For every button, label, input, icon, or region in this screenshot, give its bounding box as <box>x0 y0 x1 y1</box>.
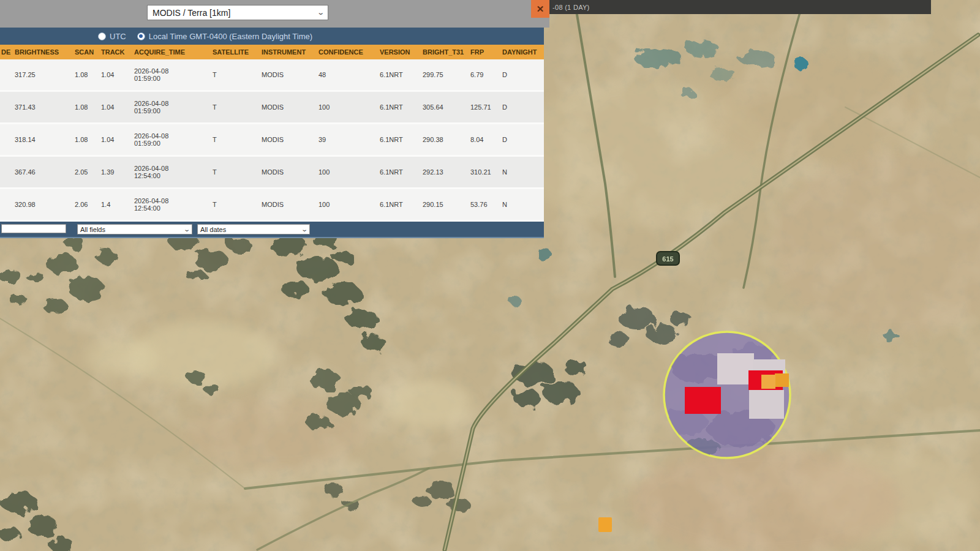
fire-pixel-red[interactable] <box>685 387 721 414</box>
chevron-down-icon: ⌄ <box>301 226 308 233</box>
table-cell: 8.04 <box>469 124 501 156</box>
table-cell: T <box>211 124 260 156</box>
table-cell: 299.75 <box>421 59 469 91</box>
table-cell: 6.1NRT <box>379 124 421 156</box>
dataset-select[interactable]: MODIS / Terra [1km] ⌄ <box>147 5 328 20</box>
table-cell: N <box>501 189 544 221</box>
fire-pixel-marker[interactable] <box>598 517 612 532</box>
table-cell: 317.25 <box>13 59 74 91</box>
table-cell <box>0 156 13 189</box>
table-cell: 2026-04-08 12:54:00 <box>133 189 211 221</box>
table-cell <box>0 91 13 124</box>
column-header[interactable]: BRIGHTNESS <box>13 45 74 59</box>
table-cell <box>0 189 13 221</box>
field-filter-value: All fields <box>80 226 105 233</box>
table-header-row: DEBRIGHTNESSSCANTRACKACQUIRE_TIMESATELLI… <box>0 45 544 59</box>
column-header[interactable]: VERSION <box>379 45 421 59</box>
table-row[interactable]: 371.431.081.042026-04-08 01:59:00TMODIS1… <box>0 91 544 124</box>
column-header[interactable]: ACQUIRE_TIME <box>133 45 211 59</box>
table-cell: 1.04 <box>100 59 133 91</box>
table-cell: 371.43 <box>13 91 74 124</box>
column-header[interactable]: SATELLITE <box>211 45 260 59</box>
table-cell: T <box>211 59 260 91</box>
table-cell: T <box>211 91 260 124</box>
column-header[interactable]: BRIGHT_T31 <box>421 45 469 59</box>
table-row[interactable]: 318.141.081.042026-04-08 01:59:00TMODIS3… <box>0 124 544 156</box>
dataset-select-value: MODIS / Terra [1km] <box>153 8 230 18</box>
utc-radio-label: UTC <box>110 32 126 41</box>
table-cell: 320.98 <box>13 189 74 221</box>
table-cell: 290.15 <box>421 189 469 221</box>
column-header[interactable]: CONFIDENCE <box>317 45 379 59</box>
table-cell: MODIS <box>260 91 317 124</box>
chevron-down-icon: ⌄ <box>183 226 190 233</box>
close-button[interactable]: ✕ <box>531 0 549 18</box>
table-cell: 310.21 <box>469 156 501 189</box>
local-time-radio-label: Local Time GMT-0400 (Eastern Daylight Ti… <box>149 32 312 41</box>
field-filter-select[interactable]: All fields ⌄ <box>77 224 192 234</box>
chevron-down-icon: ⌄ <box>317 9 325 17</box>
svg-text:615: 615 <box>662 255 673 263</box>
table-row[interactable]: 320.982.061.42026-04-08 12:54:00TMODIS10… <box>0 189 544 221</box>
column-header[interactable]: SCAN <box>74 45 100 59</box>
fire-data-table: DEBRIGHTNESSSCANTRACKACQUIRE_TIMESATELLI… <box>0 45 544 222</box>
column-header[interactable]: TRACK <box>100 45 133 59</box>
fire-detection-overlay <box>664 332 790 458</box>
search-input[interactable] <box>1 224 66 233</box>
table-cell: 1.04 <box>100 91 133 124</box>
time-toggle-bar: UTC Local Time GMT-0400 (Eastern Dayligh… <box>0 28 544 45</box>
table-cell: 125.71 <box>469 91 501 124</box>
column-header[interactable]: DE <box>0 45 13 59</box>
column-header[interactable]: FRP <box>469 45 501 59</box>
table-cell: 2026-04-08 01:59:00 <box>133 124 211 156</box>
table-cell: T <box>211 189 260 221</box>
table-cell: 2026-04-08 01:59:00 <box>133 91 211 124</box>
table-cell: 2.06 <box>74 189 100 221</box>
fire-pixel-orange[interactable] <box>761 375 775 389</box>
route-badge: 615 <box>657 252 679 265</box>
filter-bar: All fields ⌄ All dates ⌄ <box>0 222 544 238</box>
table-row[interactable]: 317.251.081.042026-04-08 01:59:00TMODIS4… <box>0 59 544 91</box>
table-cell: 367.46 <box>13 156 74 189</box>
table-cell: 48 <box>317 59 379 91</box>
table-cell: 6.1NRT <box>379 189 421 221</box>
local-time-radio[interactable] <box>137 32 145 40</box>
map-date-bar: -08 (1 DAY) <box>549 0 931 14</box>
fire-pixel-orange[interactable] <box>775 373 789 387</box>
date-filter-select[interactable]: All dates ⌄ <box>197 224 310 234</box>
table-cell: MODIS <box>260 156 317 189</box>
column-header[interactable]: DAYNIGHT <box>501 45 544 59</box>
utc-radio[interactable] <box>98 32 106 40</box>
table-cell: MODIS <box>260 124 317 156</box>
table-cell: 39 <box>317 124 379 156</box>
column-header[interactable]: INSTRUMENT <box>260 45 317 59</box>
table-cell: 100 <box>317 189 379 221</box>
table-cell: T <box>211 156 260 189</box>
table-cell: 1.08 <box>74 59 100 91</box>
table-cell: N <box>501 156 544 189</box>
table-cell: MODIS <box>260 59 317 91</box>
table-cell: 100 <box>317 156 379 189</box>
table-cell: D <box>501 91 544 124</box>
close-icon: ✕ <box>537 4 545 15</box>
table-cell: 6.1NRT <box>379 91 421 124</box>
table-cell <box>0 124 13 156</box>
table-cell: 100 <box>317 91 379 124</box>
table-cell <box>0 59 13 91</box>
table-cell: D <box>501 124 544 156</box>
table-cell: 1.08 <box>74 124 100 156</box>
footprint-square[interactable] <box>749 390 784 419</box>
table-cell: 292.13 <box>421 156 469 189</box>
table-cell: 2026-04-08 01:59:00 <box>133 59 211 91</box>
table-cell: 6.79 <box>469 59 501 91</box>
table-cell: 318.14 <box>13 124 74 156</box>
map-date-label: -08 (1 DAY) <box>552 4 590 11</box>
table-cell: 2.05 <box>74 156 100 189</box>
table-cell: 1.04 <box>100 124 133 156</box>
table-row[interactable]: 367.462.051.392026-04-08 12:54:00TMODIS1… <box>0 156 544 189</box>
date-filter-value: All dates <box>200 226 226 233</box>
table-cell: 6.1NRT <box>379 59 421 91</box>
table-cell: 1.4 <box>100 189 133 221</box>
table-cell: 6.1NRT <box>379 156 421 189</box>
table-cell: 1.08 <box>74 91 100 124</box>
